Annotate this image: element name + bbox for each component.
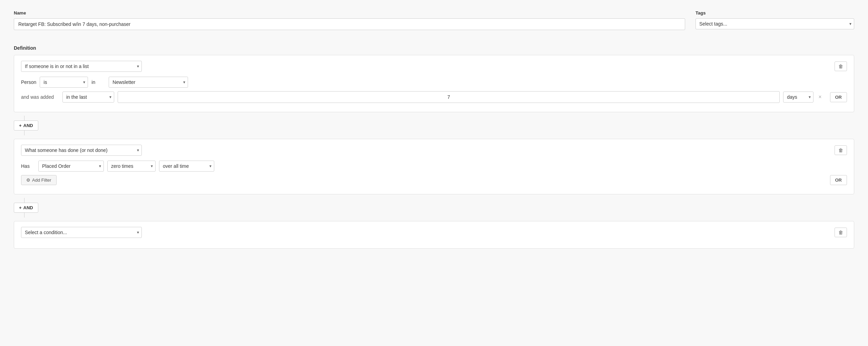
- and-section-1: + AND: [14, 116, 854, 135]
- plus-icon-1: +: [19, 123, 22, 128]
- name-field-section: Name: [14, 10, 685, 30]
- person-is-select[interactable]: is is not: [40, 77, 88, 88]
- timeframe-select[interactable]: over all time in the last before after: [159, 161, 214, 172]
- has-label: Has: [21, 163, 35, 169]
- person-label: Person: [21, 79, 36, 85]
- filter-icon: ⚙: [26, 177, 30, 183]
- has-row: Has Placed Order Viewed Product Added to…: [21, 161, 847, 172]
- name-input[interactable]: [14, 18, 685, 30]
- condition-type-wrapper-3: Select a condition... If someone is in o…: [21, 227, 142, 238]
- vertical-line-2b: [24, 213, 24, 218]
- condition-header-3: Select a condition... If someone is in o…: [21, 227, 847, 238]
- add-filter-button[interactable]: ⚙ Add Filter: [21, 175, 57, 185]
- clear-date-button[interactable]: ×: [817, 93, 823, 101]
- person-row: Person is is not in Newsletter Customers…: [21, 77, 847, 88]
- timeframe-wrapper: over all time in the last before after: [159, 161, 214, 172]
- tags-label: Tags: [696, 10, 854, 16]
- condition-type-select-3[interactable]: Select a condition... If someone is in o…: [21, 227, 142, 238]
- time-filter-select[interactable]: in the last before after on: [62, 92, 114, 103]
- condition-type-wrapper-2: If someone is in or not in a list What s…: [21, 145, 142, 156]
- definition-label: Definition: [14, 45, 854, 51]
- was-added-row: and was added in the last before after o…: [21, 91, 847, 103]
- add-filter-label: Add Filter: [32, 177, 51, 183]
- or-button-2[interactable]: OR: [830, 175, 847, 185]
- count-wrapper: zero times at least once exactly: [107, 161, 156, 172]
- person-is-wrapper: is is not: [40, 77, 88, 88]
- condition-header-1: If someone is in or not in a list What s…: [21, 61, 847, 72]
- condition-block-2: If someone is in or not in a list What s…: [14, 139, 854, 194]
- and-button-1[interactable]: + AND: [14, 121, 38, 131]
- days-unit-wrapper: days weeks months: [783, 92, 813, 103]
- in-label: in: [91, 79, 105, 85]
- time-filter-wrapper: in the last before after on: [62, 92, 114, 103]
- days-unit-select[interactable]: days weeks months: [783, 92, 813, 103]
- definition-section: Definition If someone is in or not in a …: [14, 45, 854, 249]
- and-button-2[interactable]: + AND: [14, 203, 38, 213]
- delete-condition-2-button[interactable]: 🗑: [835, 145, 847, 155]
- list-wrapper: Newsletter Customers VIP: [109, 77, 188, 88]
- plus-icon-2: +: [19, 205, 22, 210]
- vertical-line-2: [24, 198, 24, 203]
- was-added-label: and was added: [21, 94, 59, 100]
- or-button-1[interactable]: OR: [830, 92, 847, 102]
- name-label: Name: [14, 10, 685, 16]
- condition-block-1: If someone is in or not in a list What s…: [14, 55, 854, 112]
- and-section-2: + AND: [14, 198, 854, 218]
- days-number-input[interactable]: [118, 91, 780, 103]
- condition-type-select-1[interactable]: If someone is in or not in a list What s…: [21, 61, 142, 72]
- delete-condition-3-button[interactable]: 🗑: [835, 228, 847, 237]
- condition-type-select-2[interactable]: If someone is in or not in a list What s…: [21, 145, 142, 156]
- delete-condition-1-button[interactable]: 🗑: [835, 61, 847, 71]
- and-label-1: AND: [23, 123, 33, 128]
- count-select[interactable]: zero times at least once exactly: [107, 161, 156, 172]
- vertical-line-1: [24, 116, 24, 121]
- action-select[interactable]: Placed Order Viewed Product Added to Car…: [38, 161, 104, 172]
- condition-header-2: If someone is in or not in a list What s…: [21, 145, 847, 156]
- condition-type-wrapper-1: If someone is in or not in a list What s…: [21, 61, 142, 72]
- name-tags-row: Name Tags Select tags...: [14, 10, 854, 37]
- vertical-line-1b: [24, 131, 24, 135]
- and-label-2: AND: [23, 205, 33, 210]
- tags-field-section: Tags Select tags...: [696, 10, 854, 30]
- list-select[interactable]: Newsletter Customers VIP: [109, 77, 188, 88]
- condition-block-3: Select a condition... If someone is in o…: [14, 221, 854, 249]
- add-filter-row: ⚙ Add Filter OR: [21, 175, 847, 185]
- tags-select[interactable]: Select tags...: [696, 18, 854, 29]
- action-wrapper: Placed Order Viewed Product Added to Car…: [38, 161, 104, 172]
- tags-select-wrapper: Select tags...: [696, 18, 854, 29]
